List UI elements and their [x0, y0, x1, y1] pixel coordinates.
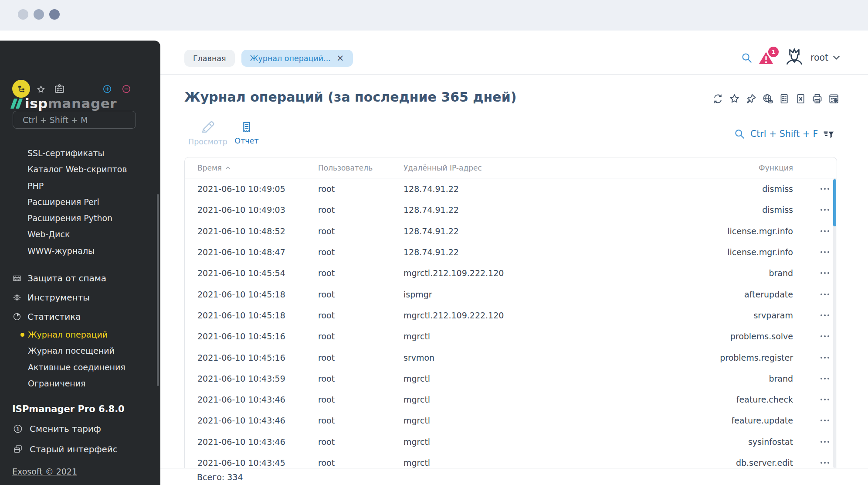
row-menu-icon[interactable]	[821, 270, 829, 277]
operations-log-table: Время Пользователь Удалённый IP-адрес Фу…	[184, 157, 837, 468]
favorites-button[interactable]	[36, 85, 46, 94]
table-row[interactable]: 2021-06-10 10:43:45rootmgrctldb.server.e…	[185, 452, 837, 468]
sidebar-section-item[interactable]: Защита от спама	[0, 269, 160, 288]
breadcrumb-current-chip[interactable]: Журнал операций... ×	[241, 50, 353, 67]
cell-function: feature.update	[636, 416, 793, 425]
sidebar-subitem[interactable]: Ограничения	[0, 376, 160, 392]
row-menu-icon[interactable]	[821, 354, 829, 361]
table-row[interactable]: 2021-06-10 10:45:16rootsrvmonproblems.re…	[185, 347, 837, 368]
row-menu-icon[interactable]	[821, 417, 829, 424]
zoom-out-button[interactable]	[122, 84, 131, 94]
sidebar-item[interactable]: Каталог Web-скриптов	[0, 161, 160, 178]
sidebar-search-input[interactable]	[13, 111, 136, 129]
sidebar-subitem[interactable]: Активные соединения	[0, 359, 160, 376]
view-button[interactable]: Просмотр	[188, 119, 227, 146]
zoom-in-button[interactable]	[102, 84, 112, 94]
row-menu-icon[interactable]	[821, 206, 829, 213]
table-row[interactable]: 2021-06-10 10:43:59rootmgrctlbrand	[185, 368, 837, 389]
table-row[interactable]: 2021-06-10 10:43:46rootmgrctlfeature.upd…	[185, 410, 837, 431]
cell-function: dismiss	[636, 205, 793, 215]
cell-user: root	[318, 205, 403, 215]
column-header-time[interactable]: Время	[197, 164, 318, 172]
sidebar-item[interactable]: Расширения Python	[0, 210, 160, 226]
table-scrollbar-track[interactable]	[833, 178, 836, 468]
row-menu-icon[interactable]	[821, 291, 829, 298]
table-row[interactable]: 2021-06-10 10:48:47root128.74.91.22licen…	[185, 242, 837, 263]
sidebar-item[interactable]: SSL-сертификаты	[0, 145, 160, 161]
table-search[interactable]: Ctrl + Shift + F	[734, 128, 818, 140]
column-header-ip[interactable]: Удалённый IP-адрес	[403, 164, 636, 172]
close-icon[interactable]: ×	[336, 54, 344, 63]
refresh-icon[interactable]	[712, 93, 724, 105]
notification-count-badge[interactable]: 1	[767, 45, 780, 58]
table-row[interactable]: 2021-06-10 10:49:03root128.74.91.22dismi…	[185, 199, 837, 220]
table-row[interactable]: 2021-06-10 10:45:18rootmgrctl.212.109.22…	[185, 305, 837, 326]
table-row[interactable]: 2021-06-10 10:43:46rootmgrctlfeature.che…	[185, 389, 837, 410]
old-interface-icon	[13, 444, 23, 454]
user-menu[interactable]: root	[810, 52, 840, 63]
column-header-user[interactable]: Пользователь	[318, 164, 403, 172]
row-menu-icon[interactable]	[821, 396, 829, 403]
table-settings-icon[interactable]	[828, 93, 840, 105]
sidebar-section-label: Статистика	[27, 311, 81, 322]
change-plan-link[interactable]: 1Сменить тариф	[0, 419, 101, 438]
table-row[interactable]: 2021-06-10 10:45:16rootmgrctlproblems.so…	[185, 326, 837, 347]
global-search-button[interactable]	[741, 52, 753, 64]
filter-button[interactable]	[823, 129, 835, 141]
sidebar-item[interactable]: WWW-журналы	[0, 243, 160, 259]
pin-icon[interactable]	[745, 93, 757, 105]
sidebar-scrollbar[interactable]	[157, 194, 159, 386]
table-scrollbar-thumb[interactable]	[833, 179, 836, 226]
favorite-star-icon[interactable]	[729, 93, 740, 105]
report-list-icon[interactable]	[778, 93, 790, 105]
cell-time: 2021-06-10 10:48:47	[185, 247, 318, 257]
print-icon[interactable]	[811, 93, 823, 105]
sidebar-item[interactable]: Web-Диск	[0, 226, 160, 242]
cell-function: license.mgr.info	[636, 247, 793, 257]
sidebar-section-label: Инструменты	[27, 292, 90, 303]
breadcrumb-home-chip[interactable]: Главная	[184, 50, 235, 67]
tasks-button[interactable]	[54, 83, 65, 95]
column-header-function[interactable]: Функция	[636, 164, 793, 172]
sidebar-link-label: Старый интерфейс	[30, 444, 118, 454]
excel-export-icon[interactable]	[795, 93, 807, 105]
sidebar-section-item[interactable]: Инструменты	[0, 288, 160, 307]
sidebar-section-item[interactable]: Статистика	[0, 307, 160, 326]
cell-user: root	[318, 226, 403, 236]
cell-time: 2021-06-10 10:45:16	[185, 331, 318, 341]
table-row[interactable]: 2021-06-10 10:45:54rootmgrctl.212.109.22…	[185, 263, 837, 283]
row-menu-icon[interactable]	[821, 312, 829, 319]
svg-text:1: 1	[16, 426, 19, 431]
sidebar-item[interactable]: Расширения Perl	[0, 194, 160, 210]
cell-ip: 128.74.91.22	[403, 205, 636, 215]
page-title: Журнал операций (за последние 365 дней)	[184, 89, 516, 105]
report-button[interactable]: Отчет	[229, 120, 264, 145]
table-row[interactable]: 2021-06-10 10:43:46rootmgrctlsysinfostat	[185, 431, 837, 452]
cell-time: 2021-06-10 10:49:03	[185, 205, 318, 215]
row-menu-icon[interactable]	[821, 228, 829, 235]
table-row[interactable]: 2021-06-10 10:45:18rootispmgrafterupdate	[185, 283, 837, 304]
table-row[interactable]: 2021-06-10 10:48:52root128.74.91.22licen…	[185, 221, 837, 242]
old-interface-link[interactable]: Старый интерфейс	[0, 440, 118, 459]
checklist-card-icon	[54, 83, 65, 95]
sort-asc-icon	[225, 166, 231, 170]
row-menu-icon[interactable]	[821, 249, 829, 256]
row-menu-icon[interactable]	[821, 459, 829, 466]
row-menu-icon[interactable]	[821, 333, 829, 340]
sidebar-subitem[interactable]: Журнал посещений	[0, 343, 160, 359]
window-dot-3	[49, 9, 60, 20]
row-menu-icon[interactable]	[821, 375, 829, 382]
cell-user: root	[318, 395, 403, 404]
sidebar-subitem[interactable]: Журнал операций	[0, 327, 160, 343]
logo-slashes-icon	[12, 99, 21, 109]
row-menu-icon[interactable]	[821, 438, 829, 445]
sidebar-section-label: Защита от спама	[27, 273, 106, 283]
globe-link-icon[interactable]	[762, 93, 773, 105]
user-avatar[interactable]	[783, 45, 805, 68]
tree-view-button[interactable]	[12, 80, 30, 98]
cell-time: 2021-06-10 10:43:46	[185, 395, 318, 404]
sidebar-item[interactable]: PHP	[0, 178, 160, 194]
table-row[interactable]: 2021-06-10 10:49:05root128.74.91.22dismi…	[185, 178, 837, 199]
copyright-link[interactable]: Exosoft © 2021	[12, 467, 77, 476]
row-menu-icon[interactable]	[821, 185, 829, 192]
